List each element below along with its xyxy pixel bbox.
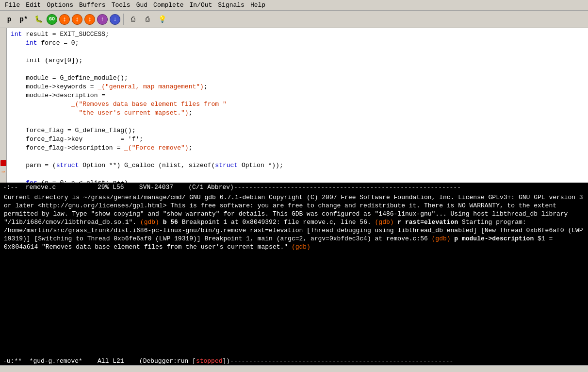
toolbar-watch[interactable]: ⎙ [141,13,154,26]
toolbar: p p* 🐛 GO ↕ ↕ ↕ ↑ ↓ ⎙ ⎙ 💡 [0,11,588,28]
menubar: File Edit Options Buffers Tools Gud Comp… [0,0,588,11]
toolbar-down[interactable]: ↓ [110,14,120,25]
toolbar-step2[interactable]: ↕ [72,14,82,25]
menu-file[interactable]: File [2,0,23,10]
menu-signals[interactable]: Signals [215,0,247,10]
modeline-gdb: -u:** *gud-g.remove* All L21 (Debugger:r… [0,356,588,365]
toolbar-lightbulb[interactable]: 💡 [156,13,168,26]
toolbar-p1[interactable]: p [3,13,16,26]
toolbar-p2[interactable]: p* [17,13,30,26]
toolbar-up[interactable]: ↑ [97,14,108,25]
toolbar-step1[interactable]: ↕ [59,14,70,25]
toolbar-print[interactable]: ⎙ [127,13,139,26]
editor-wrapper: ⇒ int result = EXIT_SUCCESS; int force =… [0,28,588,191]
toolbar-go[interactable]: GO [47,14,57,25]
menu-tools[interactable]: Tools [109,0,133,10]
menu-complete[interactable]: Complete [150,0,186,10]
code-editor[interactable]: int result = EXIT_SUCCESS; int force = 0… [7,28,588,183]
menu-options[interactable]: Options [44,0,76,10]
toolbar-sep1 [123,14,124,25]
editor-with-gutter: ⇒ int result = EXIT_SUCCESS; int force =… [0,28,588,183]
gdb-output[interactable]: Current directory is ~/grass/general/man… [0,191,588,356]
menu-help[interactable]: Help [247,0,268,10]
toolbar-step3[interactable]: ↕ [84,14,95,25]
bottom-scrollbar[interactable] [0,365,588,372]
menu-gud[interactable]: Gud [133,0,150,10]
menu-edit[interactable]: Edit [23,0,44,10]
left-indicator: ⇒ [0,28,7,183]
stopped-badge: stopped [196,357,223,365]
toolbar-bug[interactable]: 🐛 [32,13,45,26]
menu-inout[interactable]: In/Out [187,0,215,10]
breakpoint-marker [0,160,6,166]
menu-buffers[interactable]: Buffers [76,0,109,10]
current-line-arrow: ⇒ [1,168,5,175]
modeline-editor: -:-- remove.c 29% L56 SVN-24037 (C/1 Abb… [0,183,588,191]
